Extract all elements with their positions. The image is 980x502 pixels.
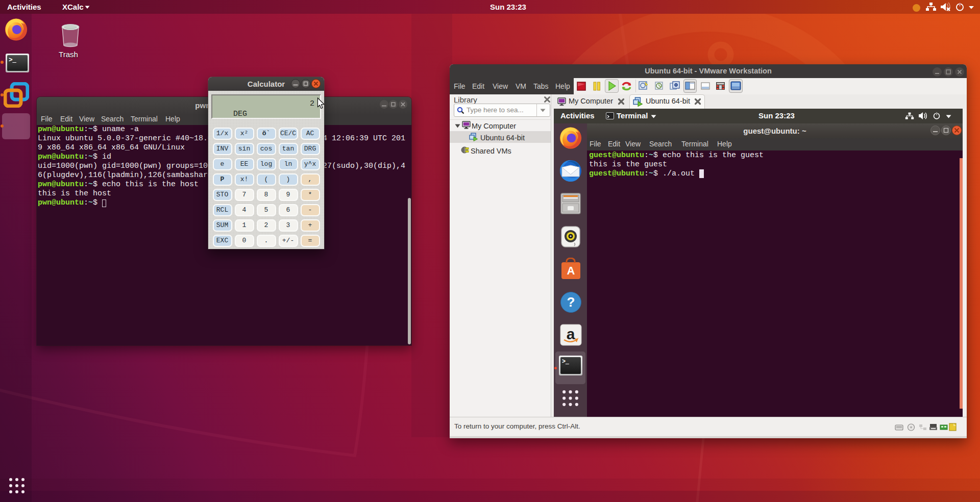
svg-text:?: ? [567, 294, 575, 310]
svg-text:a: a [567, 325, 575, 342]
svg-text:A: A [567, 264, 575, 277]
